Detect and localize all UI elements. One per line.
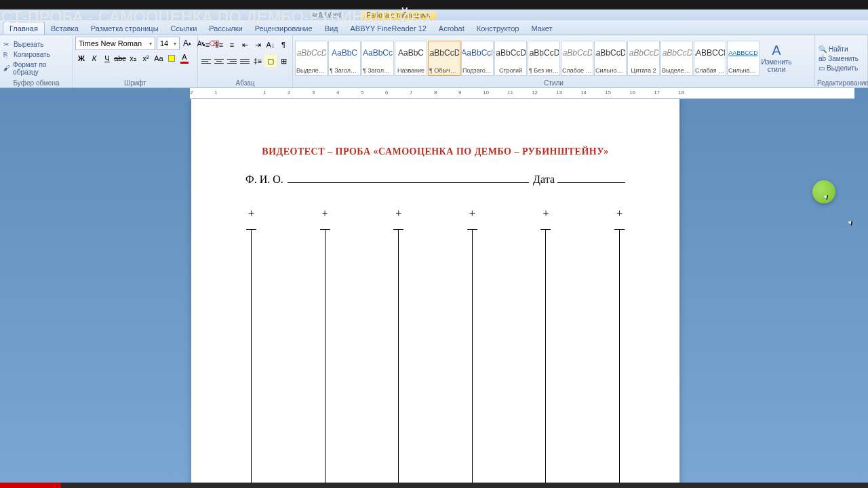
grow-font-button[interactable]: A▴ bbox=[181, 37, 193, 49]
editing-group: 🔍Найти abЗаменить ▭Выделить Редактирован… bbox=[815, 35, 868, 87]
style-name: Слабое в... bbox=[562, 67, 592, 74]
style-tile[interactable]: AaBbCcDdСтрогий bbox=[494, 41, 527, 76]
style-preview: AaBbCcDd bbox=[496, 43, 526, 63]
replace-icon: ab bbox=[818, 55, 826, 62]
cut-button[interactable]: ✂Вырезать bbox=[2, 40, 71, 49]
strike-button[interactable]: abc bbox=[114, 52, 126, 64]
subscript-button[interactable]: x₂ bbox=[127, 52, 139, 64]
video-overlay-title: СТ-ПРОБА - САМООЦЕНКА ПО ДЕМБО-РУБИНШТЕЙ… bbox=[0, 8, 433, 26]
style-tile[interactable]: AABBCCDСлабая сс... bbox=[694, 41, 726, 76]
replace-label: Заменить bbox=[828, 55, 859, 62]
style-tile[interactable]: AABBCCDСильная с... bbox=[727, 41, 760, 76]
superscript-button[interactable]: x² bbox=[140, 52, 152, 64]
ruler-mark: 5 bbox=[361, 89, 363, 96]
scale-column: + bbox=[322, 207, 328, 483]
bullets-button[interactable]: •≡ bbox=[200, 39, 212, 51]
sort-button[interactable]: A↓ bbox=[264, 39, 277, 51]
ruler-mark: 7 bbox=[410, 89, 412, 96]
align-right-button[interactable] bbox=[226, 55, 238, 67]
scissors-icon: ✂ bbox=[3, 41, 12, 49]
style-tile[interactable]: AaBbCНазвание bbox=[395, 41, 427, 76]
increase-indent-button[interactable]: ⇥ bbox=[252, 39, 264, 51]
line-spacing-button[interactable]: ‡≡ bbox=[252, 55, 264, 67]
ruler-mark: 16 bbox=[629, 89, 635, 96]
date-label: Дата bbox=[533, 174, 555, 186]
change-styles-icon: A bbox=[772, 43, 781, 58]
horizontal-ruler[interactable]: 21123456789101112131415161718 bbox=[190, 88, 854, 99]
scale-column: + bbox=[469, 207, 475, 483]
format-painter-button[interactable]: 🖌Формат по образцу bbox=[2, 60, 71, 77]
document-meta-row: Ф. И. О. Дата bbox=[245, 174, 625, 186]
shading-button[interactable]: ▢ bbox=[264, 55, 277, 67]
ruler-mark: 1 bbox=[214, 89, 217, 96]
style-tile[interactable]: AaBbCcDcЦитата 2 bbox=[627, 41, 660, 76]
scale-bar bbox=[325, 229, 326, 483]
style-name: Строгий bbox=[496, 67, 526, 74]
multilevel-button[interactable]: ≡ bbox=[226, 39, 238, 51]
style-preview: AaBbCcDc bbox=[595, 43, 625, 63]
copy-button[interactable]: ⎘Копировать bbox=[2, 50, 71, 60]
underline-button[interactable]: Ч bbox=[101, 52, 113, 64]
scale-column: + bbox=[248, 207, 254, 483]
ruler-mark: 2 bbox=[190, 89, 193, 96]
scale-bar bbox=[251, 229, 252, 483]
style-tile[interactable]: AaBbCcDc¶ Обычный bbox=[428, 41, 460, 76]
style-tile[interactable]: AaBbCcIПодзагол... bbox=[461, 41, 494, 76]
font-name-combo[interactable]: Times New Roman▾ bbox=[75, 37, 155, 50]
font-name-value: Times New Roman bbox=[79, 39, 142, 47]
ruler-mark: 12 bbox=[532, 89, 538, 96]
style-tile[interactable]: AaBbCcDcВыделение bbox=[295, 41, 328, 76]
tab-конструктор[interactable]: Конструктор bbox=[471, 22, 526, 35]
change-case-button[interactable]: Aa bbox=[153, 52, 165, 64]
scale-bar bbox=[545, 229, 546, 483]
style-tile[interactable]: AaBbCcDcВыделенн... bbox=[660, 41, 693, 76]
font-size-combo[interactable]: 14▾ bbox=[157, 37, 180, 50]
ruler-mark: 10 bbox=[483, 89, 489, 96]
style-preview: AaBbCcDc bbox=[529, 43, 559, 63]
tab-макет[interactable]: Макет bbox=[525, 22, 558, 35]
style-name: Слабая сс... bbox=[695, 67, 725, 74]
ruler-mark: 1 bbox=[263, 89, 266, 96]
ruler-mark: 6 bbox=[385, 89, 388, 96]
select-label: Выделить bbox=[827, 64, 858, 72]
style-preview: AaBbCcDc bbox=[296, 43, 326, 63]
bold-button[interactable]: Ж bbox=[75, 52, 87, 64]
numbering-button[interactable]: 1≡ bbox=[213, 39, 225, 51]
plus-mark: + bbox=[248, 207, 254, 220]
decrease-indent-button[interactable]: ⇤ bbox=[239, 39, 251, 51]
paragraph-group: •≡ 1≡ ≡ ⇤ ⇥ A↓ ¶ ‡≡ ▢ ⊞ Абзац bbox=[198, 35, 293, 87]
editing-group-label: Редактирование bbox=[817, 79, 865, 87]
highlight-button[interactable] bbox=[165, 52, 178, 64]
replace-button[interactable]: abЗаменить bbox=[817, 54, 860, 63]
document-title: ВИДЕОТЕСТ – ПРОБА «САМООЦЕНКА ПО ДЕМБО –… bbox=[245, 146, 625, 157]
italic-button[interactable]: К bbox=[88, 52, 100, 64]
style-preview: AaBbCcI bbox=[462, 43, 492, 63]
find-button[interactable]: 🔍Найти bbox=[817, 45, 860, 54]
align-center-button[interactable] bbox=[213, 55, 225, 67]
select-button[interactable]: ▭Выделить bbox=[817, 64, 860, 73]
document-area[interactable]: ВИДЕОТЕСТ – ПРОБА «САМООЦЕНКА ПО ДЕМБО –… bbox=[0, 99, 868, 483]
style-name: Выделенн... bbox=[662, 67, 692, 74]
tab-acrobat[interactable]: Acrobat bbox=[433, 22, 471, 35]
clipboard-group: ✂Вырезать ⎘Копировать 🖌Формат по образцу… bbox=[0, 35, 73, 87]
format-painter-label: Формат по образцу bbox=[13, 61, 69, 76]
show-marks-button[interactable]: ¶ bbox=[277, 39, 290, 51]
plus-mark: + bbox=[616, 207, 623, 220]
style-tile[interactable]: AaBbCcDcСлабое в... bbox=[561, 41, 593, 76]
style-tile[interactable]: AaBbCcDc¶ Без инте... bbox=[528, 41, 560, 76]
style-preview: AaBbCcDc bbox=[629, 43, 658, 63]
ruler-mark: 18 bbox=[678, 89, 684, 96]
ruler-mark: 15 bbox=[605, 89, 611, 96]
align-left-button[interactable] bbox=[200, 55, 212, 67]
change-styles-button[interactable]: A Изменить стили bbox=[761, 41, 792, 75]
styles-group-label: Стили bbox=[295, 79, 812, 87]
justify-button[interactable] bbox=[239, 55, 251, 67]
borders-button[interactable]: ⊞ bbox=[277, 55, 290, 67]
font-color-button[interactable]: A bbox=[178, 52, 191, 64]
style-tile[interactable]: AaBbC¶ Заголов... bbox=[328, 41, 361, 76]
ruler-mark: 9 bbox=[458, 89, 461, 96]
style-tile[interactable]: AaBbCcDcСильное ... bbox=[594, 41, 627, 76]
video-progress-bar[interactable] bbox=[0, 483, 868, 488]
style-tile[interactable]: AaBbCc¶ Заголов... bbox=[361, 41, 394, 76]
fio-label: Ф. И. О. bbox=[245, 174, 283, 186]
